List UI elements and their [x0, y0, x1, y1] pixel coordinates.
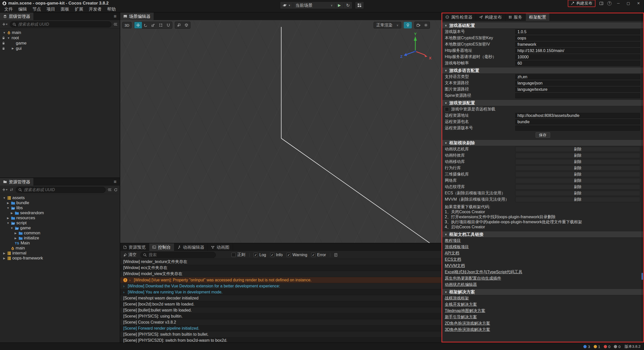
remove-module-button[interactable]: 剔除: [515, 191, 640, 196]
clear-console-button[interactable]: 清空: [123, 252, 136, 257]
menu-item-4[interactable]: 面板: [58, 7, 72, 12]
doc-link[interactable]: MVVM文档: [445, 263, 465, 269]
chevron-closed-icon[interactable]: ▶: [3, 257, 6, 260]
chevron-open-icon[interactable]: ▼: [3, 196, 6, 199]
restart-button[interactable]: ↻: [344, 2, 352, 9]
section-header[interactable]: ∨框架模块剔除: [442, 140, 643, 146]
help-icon[interactable]: ?: [607, 1, 612, 6]
tab-console-0[interactable]: 资源预览: [120, 243, 149, 251]
tab-inspector-2[interactable]: 服务: [505, 13, 526, 21]
chevron-open-icon[interactable]: ▼: [6, 222, 10, 225]
chevron-closed-icon[interactable]: ▶: [14, 237, 17, 240]
chevron-closed-icon[interactable]: ▶: [11, 47, 15, 50]
status-count-error[interactable]: 0: [604, 344, 610, 349]
doc-link[interactable]: 战棋游戏框架: [445, 296, 469, 301]
tab-hierarchy[interactable]: 层级管理器: [0, 13, 34, 20]
log-file-icon[interactable]: [334, 253, 337, 257]
minimize-button[interactable]: ─: [616, 1, 621, 5]
asset-node-Main[interactable]: TSMain: [0, 241, 120, 246]
field-input[interactable]: language/texture: [515, 87, 640, 92]
field-input[interactable]: [515, 125, 640, 131]
remote-load-checkbox[interactable]: [445, 107, 449, 111]
chevron-closed-icon[interactable]: ▶: [6, 201, 10, 205]
menu-item-3[interactable]: 项目: [44, 7, 58, 12]
refresh-assets-icon[interactable]: [114, 188, 117, 192]
chevron-closed-icon[interactable]: ▶: [14, 232, 17, 235]
filter-error-checkbox[interactable]: ✓Error: [311, 253, 326, 257]
asset-node-assets[interactable]: ▼assets: [0, 195, 120, 200]
axis-gizmo[interactable]: Y X Z: [397, 32, 435, 67]
doc-link[interactable]: 新手引导解决方案: [445, 315, 477, 320]
mode-3d-button[interactable]: 3D: [122, 22, 132, 28]
tab-console-active[interactable]: 控制台: [149, 243, 174, 251]
field-input[interactable]: framework: [515, 42, 640, 47]
remove-module-button[interactable]: 剔除: [515, 178, 640, 183]
chevron-open-icon[interactable]: ▼: [6, 206, 10, 209]
doc-link[interactable]: 3D角色扮演游戏解决方案: [445, 327, 490, 332]
menu-item-1[interactable]: 编辑: [16, 7, 30, 12]
status-count-info[interactable]: 3: [583, 344, 590, 349]
chevron-closed-icon[interactable]: ▶: [6, 216, 10, 220]
filter-warning-checkbox[interactable]: ✓Warning: [287, 253, 307, 257]
hierarchy-search-input[interactable]: [18, 22, 109, 27]
doc-link[interactable]: Excel格式转Json文件与TypeScript代码工具: [445, 270, 522, 275]
tab-console-2[interactable]: 动画编辑器: [174, 243, 208, 251]
scene-viewport[interactable]: 3D 正常渲染 ∨: [120, 20, 441, 243]
doc-link[interactable]: 游戏模板项目: [445, 244, 469, 250]
menu-item-6[interactable]: 开发者: [86, 7, 104, 12]
asset-node-common[interactable]: ▶common: [0, 231, 120, 236]
section-header[interactable]: ∨框架解决方案: [442, 289, 643, 295]
scene-select-dropdown[interactable]: 当前场景 ∨: [293, 2, 335, 9]
inspector-scrollbar[interactable]: [641, 13, 643, 342]
asset-node-resources[interactable]: ▶resources: [0, 215, 120, 221]
expand-caret-icon[interactable]: ›: [129, 278, 132, 282]
console-message[interactable]: ›[Window] Download the Vue Devtools exte…: [120, 283, 441, 289]
render-mode-dropdown[interactable]: 正常渲染 ∨: [374, 22, 401, 28]
asset-node-internal[interactable]: ▶internal: [0, 251, 120, 256]
doc-link[interactable]: 原生包热更新配置自动生成插件: [445, 276, 501, 281]
remove-module-button[interactable]: 剔除: [515, 159, 640, 164]
maximize-button[interactable]: ▢: [625, 1, 631, 5]
doc-link[interactable]: 2D角色扮演游戏解决方案: [445, 321, 490, 326]
field-input[interactable]: bundle: [515, 119, 640, 124]
preview-target-button[interactable]: ▾: [280, 2, 293, 9]
field-input[interactable]: oops: [515, 35, 640, 41]
field-input[interactable]: 10000: [515, 54, 640, 60]
tab-inspector-0[interactable]: 属性检查器: [442, 13, 476, 21]
play-button[interactable]: ▶: [335, 2, 343, 9]
menu-item-5[interactable]: 扩展: [72, 7, 86, 12]
menu-item-2[interactable]: 节点: [30, 7, 44, 12]
doc-link[interactable]: 教程项目: [445, 238, 461, 243]
panel-window-icon[interactable]: [599, 2, 603, 5]
chevron-closed-icon[interactable]: ▶: [3, 252, 6, 255]
console-search-input[interactable]: [149, 253, 213, 257]
save-button[interactable]: 保存: [536, 132, 550, 138]
assets-menu-icon[interactable]: ≡: [110, 178, 120, 186]
lighting-toggle-button[interactable]: [404, 22, 412, 28]
section-header[interactable]: ∨游戏资源配置: [442, 100, 643, 106]
hierarchy-node-main[interactable]: ▼main: [0, 30, 120, 35]
field-input[interactable]: http://192.168.0.150/main/: [515, 48, 640, 53]
doc-link[interactable]: ECS文档: [445, 257, 461, 262]
field-input[interactable]: zh,en: [515, 74, 640, 79]
hierarchy-node-game[interactable]: game: [0, 40, 120, 46]
filter-log-checkbox[interactable]: ✓Log: [254, 253, 266, 257]
assets-search-input[interactable]: [24, 188, 103, 192]
remove-module-button[interactable]: 剔除: [515, 184, 640, 190]
coordinate-mode-button[interactable]: [183, 22, 190, 29]
transform-gizmo-button[interactable]: [165, 22, 172, 29]
field-input[interactable]: 1.0.5: [515, 29, 640, 34]
remove-module-button[interactable]: 剔除: [515, 165, 640, 171]
hierarchy-node-gui[interactable]: ▶gui: [0, 46, 120, 51]
hierarchy-node-root[interactable]: ▼root: [0, 35, 120, 40]
scale-tool-button[interactable]: [149, 22, 157, 29]
doc-link[interactable]: 动画状态机编辑器: [445, 282, 477, 287]
asset-node-main[interactable]: main: [0, 246, 120, 251]
rect-tool-button[interactable]: [157, 22, 165, 29]
filter-info-checkbox[interactable]: ✓Info: [270, 253, 283, 257]
chevron-closed-icon[interactable]: ▶: [10, 211, 14, 215]
close-button[interactable]: ✕: [635, 1, 641, 5]
field-input[interactable]: language/json: [515, 80, 640, 86]
remove-module-button[interactable]: 剔除: [515, 147, 640, 152]
chevron-open-icon[interactable]: ▼: [7, 36, 10, 39]
